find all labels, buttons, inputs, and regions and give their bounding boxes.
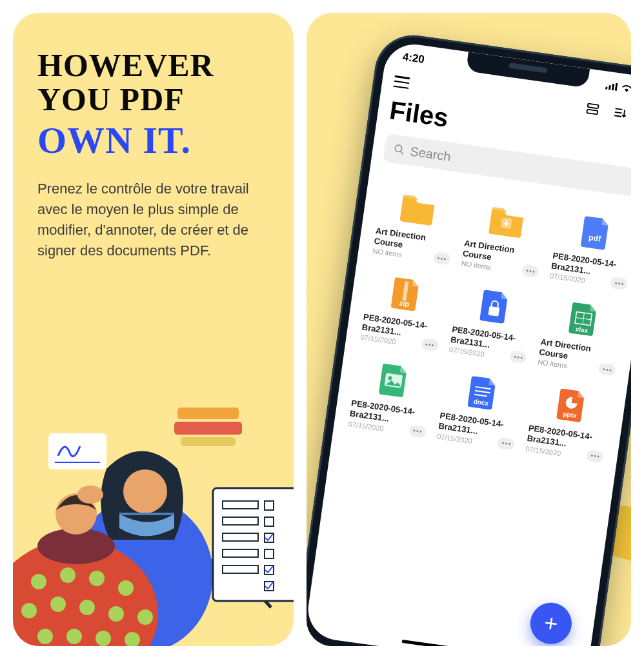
svg-rect-1 xyxy=(174,422,242,435)
headline: However You PDF Own It. xyxy=(37,48,269,161)
svg-rect-9 xyxy=(213,488,294,601)
file-card[interactable]: pptx PE8-2020-05-14-Bra2131... 07/15/202… xyxy=(522,377,615,466)
svg-rect-54 xyxy=(488,306,499,317)
file-grid: Art Direction Course NO items Art Direct… xyxy=(345,179,631,466)
promo-illustration xyxy=(13,395,294,646)
headline-line3: Own It. xyxy=(37,121,269,161)
home-indicator xyxy=(401,640,491,646)
svg-point-22 xyxy=(31,574,46,589)
file-card[interactable]: Art Direction Course NO items xyxy=(369,179,462,268)
sort-icon[interactable] xyxy=(611,104,627,121)
file-card[interactable]: pdf PE8-2020-05-14-Bra2131... 07/15/2020 xyxy=(546,204,631,293)
svg-rect-2 xyxy=(181,437,236,446)
svg-rect-43 xyxy=(587,110,598,115)
folder-icon xyxy=(396,188,439,228)
signal-icon xyxy=(605,80,618,92)
svg-line-49 xyxy=(400,151,403,154)
pdf-icon: pdf xyxy=(574,212,617,252)
xlsx-icon: xlsx xyxy=(561,299,605,339)
file-card[interactable]: Art Direction Course NO items xyxy=(458,192,550,280)
svg-text:zip: zip xyxy=(399,299,410,308)
wifi-icon xyxy=(620,82,631,94)
zip-icon: zip xyxy=(384,274,427,314)
phone-screen: 4:20 xyxy=(307,41,631,646)
phone-mock: 4:20 xyxy=(307,30,631,646)
svg-point-29 xyxy=(108,606,124,622)
file-card[interactable]: xlsx Art Direction Course NO items xyxy=(534,291,627,380)
svg-line-44 xyxy=(615,108,622,110)
hamburger-icon[interactable] xyxy=(393,75,410,89)
promo-panel-right: 4:20 xyxy=(307,13,631,646)
headline-line1: However xyxy=(37,48,269,83)
svg-rect-0 xyxy=(177,408,239,419)
folder-download-icon xyxy=(485,200,528,240)
svg-line-46 xyxy=(614,115,621,117)
file-card[interactable]: PE8-2020-05-14-Bra2131... 07/15/2020 xyxy=(445,278,538,367)
status-time: 4:20 xyxy=(401,50,425,66)
svg-point-37 xyxy=(77,486,103,504)
svg-text:pdf: pdf xyxy=(588,233,601,244)
svg-point-27 xyxy=(50,596,66,612)
svg-point-24 xyxy=(89,571,105,586)
svg-rect-41 xyxy=(614,83,618,90)
svg-point-31 xyxy=(37,629,53,644)
lock-icon xyxy=(472,286,516,326)
svg-rect-38 xyxy=(605,86,608,89)
docx-icon: docx xyxy=(461,373,504,413)
add-button[interactable]: + xyxy=(527,600,574,646)
svg-point-23 xyxy=(60,567,75,583)
file-card[interactable]: docx PE8-2020-05-14-Bra2131... 07/15/202… xyxy=(433,364,526,453)
svg-point-26 xyxy=(21,603,37,618)
plus-icon: + xyxy=(542,609,559,638)
file-card[interactable]: PE8-2020-05-14-Bra2131... 07/15/2020 xyxy=(345,352,438,441)
search-placeholder: Search xyxy=(409,144,452,164)
svg-line-45 xyxy=(614,112,621,113)
file-card[interactable]: zip PE8-2020-05-14-Bra2131... 07/15/2020 xyxy=(357,266,450,355)
svg-point-28 xyxy=(79,600,95,615)
svg-point-6 xyxy=(123,469,167,513)
headline-line2: You PDF xyxy=(37,83,269,117)
promo-panel-left: However You PDF Own It. Prenez le contrô… xyxy=(13,13,294,646)
svg-point-25 xyxy=(118,580,134,596)
svg-rect-40 xyxy=(611,83,614,90)
body-copy: Prenez le contrôle de votre travail avec… xyxy=(37,179,269,261)
svg-rect-39 xyxy=(608,85,610,90)
svg-rect-42 xyxy=(587,104,598,109)
view-list-icon[interactable] xyxy=(585,101,601,117)
image-icon xyxy=(372,360,415,400)
svg-point-30 xyxy=(137,609,153,625)
search-icon xyxy=(392,143,405,156)
svg-point-33 xyxy=(96,631,111,646)
svg-point-32 xyxy=(66,629,82,644)
pptx-icon: pptx xyxy=(549,385,592,425)
